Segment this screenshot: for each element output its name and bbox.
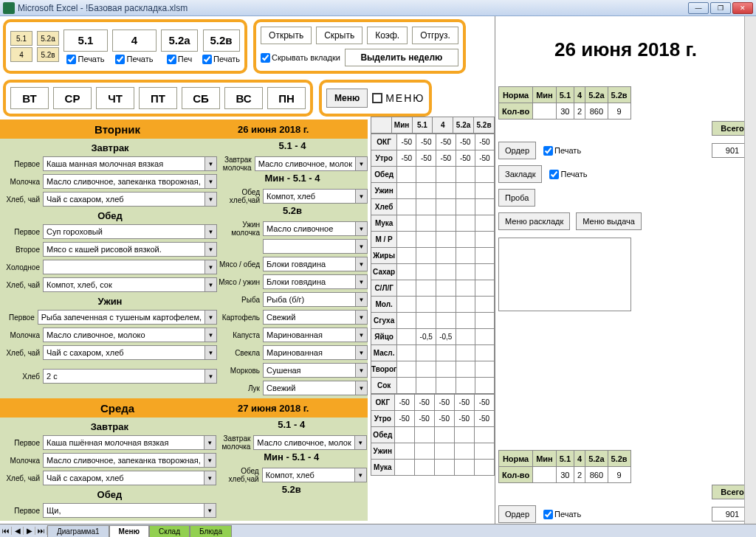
- print-5-2v[interactable]: Печать: [202, 55, 240, 64]
- day-sb[interactable]: СБ: [182, 87, 220, 109]
- day-pn[interactable]: ПН: [267, 87, 306, 109]
- chevron-down-icon[interactable]: ▼: [355, 157, 367, 170]
- print-4[interactable]: Печать: [115, 55, 153, 64]
- day-vs[interactable]: ВС: [224, 87, 263, 109]
- chevron-down-icon[interactable]: ▼: [355, 364, 367, 377]
- mini-5-2a[interactable]: 5.2а: [37, 31, 59, 46]
- select-week-button[interactable]: Выделить неделю: [345, 49, 458, 66]
- coef-button[interactable]: Коэф.: [367, 27, 408, 44]
- dropdown[interactable]: ▼: [43, 260, 217, 274]
- dropdown[interactable]: Маринованная▼: [263, 328, 368, 342]
- chevron-down-icon[interactable]: ▼: [205, 193, 216, 206]
- menu-vyd-button[interactable]: Меню выдача: [576, 212, 642, 230]
- chevron-down-icon[interactable]: ▼: [205, 278, 216, 291]
- dropdown[interactable]: Блоки говядина▼: [263, 257, 368, 271]
- dropdown[interactable]: Масло сливочное, молоко▼: [43, 328, 217, 342]
- big-4[interactable]: 4: [112, 30, 157, 52]
- chevron-down-icon[interactable]: ▼: [205, 243, 216, 256]
- chevron-down-icon[interactable]: ▼: [204, 471, 216, 485]
- dropdown[interactable]: Мясо с кашей рисовой вязкой.▼: [43, 242, 217, 257]
- zaklad-button[interactable]: Закладк: [498, 165, 542, 183]
- mini-4[interactable]: 4: [10, 47, 32, 62]
- maximize-button[interactable]: ❐: [710, 2, 731, 14]
- tab-sklad[interactable]: Склад: [149, 525, 190, 526]
- chevron-down-icon[interactable]: ▼: [205, 157, 216, 170]
- ship-button[interactable]: Отгруз.: [412, 27, 458, 44]
- chevron-down-icon[interactable]: ▼: [355, 257, 367, 271]
- dropdown[interactable]: Блоки говядина▼: [263, 274, 368, 289]
- proba-button[interactable]: Проба: [498, 189, 535, 207]
- day-sr[interactable]: СР: [53, 87, 92, 109]
- chevron-down-icon[interactable]: ▼: [204, 436, 216, 449]
- menu-raskl-button[interactable]: Меню раскладк: [498, 212, 570, 230]
- dropdown[interactable]: 2 с▼: [43, 369, 217, 384]
- dropdown[interactable]: Компот, хлеб▼: [263, 189, 368, 204]
- mini-5-2v[interactable]: 5.2в: [37, 47, 59, 62]
- chevron-down-icon[interactable]: ▼: [355, 346, 367, 359]
- dropdown[interactable]: Маринованная▼: [263, 345, 368, 360]
- chevron-down-icon[interactable]: ▼: [205, 346, 216, 359]
- hide-button[interactable]: Скрыть: [316, 27, 362, 44]
- chevron-down-icon[interactable]: ▼: [205, 311, 216, 324]
- order-button[interactable]: Ордер: [498, 142, 536, 159]
- chevron-down-icon[interactable]: ▼: [354, 436, 366, 449]
- chevron-down-icon[interactable]: ▼: [355, 311, 367, 324]
- hide-tabs-cb[interactable]: Скрывать вкладки: [261, 53, 340, 63]
- print-order[interactable]: Печать: [543, 146, 581, 156]
- dropdown[interactable]: Компот, хлеб, сок▼: [43, 277, 217, 292]
- tab-menu[interactable]: Меню: [109, 525, 149, 526]
- menu-button[interactable]: Меню: [326, 89, 368, 108]
- day-cht[interactable]: ЧТ: [96, 87, 134, 109]
- chevron-down-icon[interactable]: ▼: [355, 381, 367, 395]
- print-order[interactable]: Печать: [543, 510, 581, 519]
- big-5-2a[interactable]: 5.2а: [161, 30, 198, 52]
- menu-label[interactable]: МЕНЮ: [372, 92, 425, 104]
- vertical-scrollbar[interactable]: [744, 16, 756, 524]
- chevron-down-icon[interactable]: ▼: [205, 370, 216, 383]
- dropdown[interactable]: Чай с сахаром, хлеб▼: [43, 192, 217, 207]
- dropdown[interactable]: Компот, хлеб▼: [262, 468, 367, 482]
- chevron-down-icon[interactable]: ▼: [355, 222, 367, 235]
- dropdown[interactable]: Щи,▼: [43, 503, 216, 518]
- dropdown[interactable]: Масло сливочное, запеканка творожная,▼: [43, 174, 217, 189]
- chevron-down-icon[interactable]: ▼: [205, 260, 216, 274]
- dropdown[interactable]: Свежий▼: [263, 381, 368, 395]
- order-button[interactable]: Ордер: [498, 505, 536, 523]
- chevron-down-icon[interactable]: ▼: [204, 504, 216, 517]
- dropdown[interactable]: Рыба запеченная с тушеным картофелем,▼: [38, 310, 217, 325]
- tab-diagram[interactable]: Диаграмма1: [47, 525, 109, 526]
- dropdown[interactable]: Каша манная молочная вязкая▼: [43, 156, 217, 171]
- day-pt[interactable]: ПТ: [139, 87, 177, 109]
- chevron-down-icon[interactable]: ▼: [205, 175, 216, 188]
- chevron-down-icon[interactable]: ▼: [355, 190, 367, 203]
- dropdown[interactable]: Масло сливочное, молок▼: [255, 156, 368, 171]
- dropdown[interactable]: ▼: [263, 239, 368, 254]
- dropdown[interactable]: Суп гороховый▼: [43, 224, 217, 239]
- chevron-down-icon[interactable]: ▼: [355, 240, 367, 253]
- tab-bluda[interactable]: Блюда: [190, 525, 232, 526]
- big-5-2v[interactable]: 5.2в: [203, 30, 240, 52]
- chevron-down-icon[interactable]: ▼: [355, 328, 367, 342]
- big-5-1[interactable]: 5.1: [63, 30, 108, 52]
- chevron-down-icon[interactable]: ▼: [205, 225, 216, 238]
- print-5-1[interactable]: Печать: [66, 55, 104, 64]
- dropdown[interactable]: Чай с сахаром, хлеб▼: [43, 345, 217, 360]
- chevron-down-icon[interactable]: ▼: [355, 275, 367, 288]
- chevron-down-icon[interactable]: ▼: [355, 293, 367, 306]
- dropdown[interactable]: Чай с сахаром, хлеб▼: [43, 471, 216, 485]
- dropdown[interactable]: Каша пшённая молочная вязкая▼: [43, 435, 216, 450]
- dropdown[interactable]: Масло сливочное, молок▼: [253, 435, 366, 450]
- day-vt[interactable]: ВТ: [10, 87, 49, 109]
- chevron-down-icon[interactable]: ▼: [205, 328, 216, 342]
- close-button[interactable]: ✕: [732, 2, 753, 14]
- dropdown[interactable]: Масло сливочное▼: [263, 221, 368, 236]
- mini-5-1[interactable]: 5.1: [10, 31, 32, 46]
- minimize-button[interactable]: —: [688, 2, 709, 14]
- open-button[interactable]: Открыть: [261, 27, 312, 44]
- chevron-down-icon[interactable]: ▼: [354, 468, 366, 482]
- print-zaklad[interactable]: Печать: [549, 170, 587, 179]
- dropdown[interactable]: Масло сливочное, запеканка творожная,▼: [43, 453, 216, 468]
- dropdown[interactable]: Рыба (б/г)▼: [263, 292, 368, 307]
- print-5-2a[interactable]: Печ: [167, 55, 192, 64]
- chevron-down-icon[interactable]: ▼: [204, 454, 216, 467]
